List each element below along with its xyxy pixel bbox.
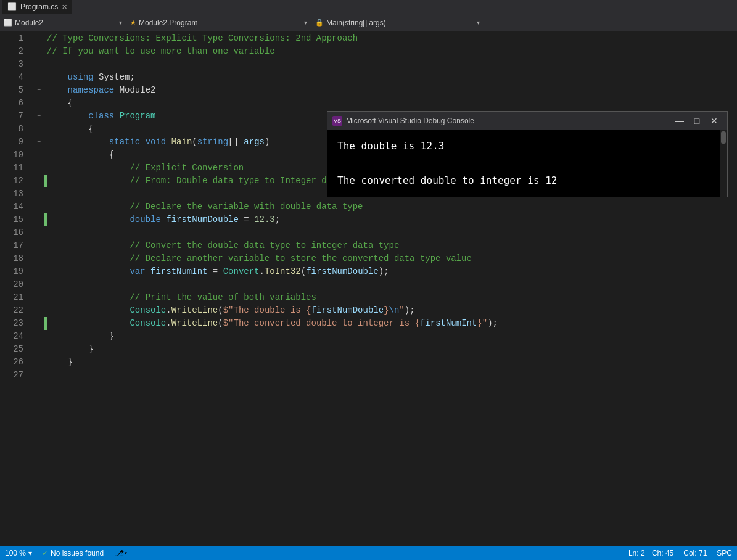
token-container-10: { [47, 149, 114, 162]
token: 12.3 [254, 215, 275, 224]
no-bar-27 [44, 369, 47, 382]
token-container-21: // Print the value of both variables [47, 291, 316, 304]
code-line-18: // Declare another variable to store the… [31, 252, 737, 265]
file-icon: ⬜ [7, 2, 17, 11]
token: using [68, 72, 94, 82]
token: // Declare the variable with double data… [130, 202, 363, 212]
token: System; [94, 72, 135, 82]
token: // Declare another variable to store the… [130, 253, 472, 263]
line-number-6: 6 [5, 97, 23, 110]
line-col-info: Ln: 2 Ch: 45 [628, 549, 673, 558]
namespace-dropdown[interactable]: ★ Module2.Program ▾ [126, 14, 311, 31]
token: ( [218, 305, 223, 315]
token-container-26: } [47, 356, 73, 369]
token: Module2 [114, 85, 155, 95]
line-number-25: 25 [5, 343, 23, 356]
debug-close-button[interactable]: ✕ [706, 113, 722, 128]
status-check-icon: ✓ [42, 549, 48, 558]
no-bar-16 [44, 226, 47, 239]
token [47, 215, 130, 224]
code-line-25: } [31, 343, 737, 356]
token-container-6: { [47, 97, 73, 110]
code-line-20 [31, 278, 737, 291]
collapse-icon-5[interactable]: − [35, 86, 43, 95]
debug-title-text: Microsoft Visual Studio Debug Console [346, 117, 668, 125]
token [47, 292, 130, 302]
token: . [166, 318, 171, 328]
line-number-8: 8 [5, 123, 23, 136]
line-number-12: 12 [5, 175, 23, 187]
collapse-icon-9[interactable]: − [35, 138, 43, 147]
code-line-21: // Print the value of both variables [31, 291, 737, 304]
token: Console [130, 305, 166, 315]
token-container-12: // From: Double data type to Integer dat… [47, 175, 368, 187]
token [47, 202, 130, 212]
token [47, 176, 130, 186]
close-tab-button[interactable]: ✕ [62, 3, 67, 11]
token: . [260, 266, 265, 276]
token: WriteLine [171, 305, 218, 315]
collapse-icon-7[interactable]: − [35, 112, 43, 121]
line-number-7: 7 [5, 110, 23, 123]
code-line-2: // If you want to use more than one vari… [31, 45, 737, 58]
token: Console [130, 318, 166, 328]
line-number-24: 24 [5, 330, 23, 343]
module-arrow: ▾ [119, 19, 122, 26]
code-area[interactable]: −// Type Conversions: Explicit Type Conv… [31, 31, 737, 546]
collapse-gutter-9[interactable]: − [33, 138, 44, 147]
token-container-19: var firstNumInt = Convert.ToInt32(firstN… [47, 265, 389, 278]
zoom-arrow: ▾ [28, 549, 32, 558]
line-number-16: 16 [5, 226, 23, 239]
status-bar: 100 % ▾ ✓ No issues found ⎇ ▾ Ln: 2 Ch: … [0, 546, 737, 560]
token: ( [192, 137, 197, 147]
token-container-15: double firstNumDouble = 12.3; [47, 213, 280, 226]
token-container-25: } [47, 343, 94, 356]
token-container-11: // Explicit Conversion [47, 162, 244, 175]
line-number-1: 1 [5, 32, 23, 45]
code-line-26: } [31, 356, 737, 369]
token [166, 137, 171, 147]
code-line-5: − namespace Module2 [31, 84, 737, 97]
method-label: Main(string[] args) [326, 19, 386, 27]
file-tab[interactable]: ⬜ Program.cs ✕ [2, 0, 72, 14]
token-container-4: using System; [47, 71, 135, 84]
token [146, 266, 150, 276]
token-container-8: { [47, 123, 94, 136]
line-number-21: 21 [5, 291, 23, 304]
debug-line-2 [337, 155, 710, 172]
debug-scrollbar-thumb[interactable] [721, 131, 726, 144]
zoom-level: 100 % [5, 549, 26, 558]
no-bar-3 [44, 58, 47, 71]
line-number-2: 2 [5, 45, 23, 58]
module-dropdown[interactable]: ⬜ Module2 ▾ [0, 14, 126, 31]
debug-title-bar: VS Microsoft Visual Studio Debug Console… [327, 112, 727, 130]
col-info: Col: 71 [683, 549, 707, 558]
debug-maximize-button[interactable]: □ [689, 113, 705, 128]
collapse-gutter-1[interactable]: − [33, 35, 44, 43]
token [47, 305, 130, 315]
token: Convert [223, 266, 260, 276]
token: ( [218, 318, 223, 328]
code-line-3 [31, 58, 737, 71]
collapse-icon-1[interactable]: − [35, 35, 43, 43]
line-number-13: 13 [5, 187, 23, 200]
git-icon-area[interactable]: ⎇ ▾ [113, 548, 128, 559]
token: } [47, 331, 114, 341]
token: } [47, 344, 94, 354]
git-icon: ⎇ [114, 548, 124, 559]
ch-label: Ch: 45 [652, 549, 673, 558]
line-number-19: 19 [5, 265, 23, 278]
debug-output: The double is 12.3 The converted double … [327, 130, 720, 197]
line-number-4: 4 [5, 71, 23, 84]
zoom-control[interactable]: 100 % ▾ [5, 549, 32, 558]
token [47, 72, 68, 82]
debug-minimize-button[interactable]: — [672, 113, 688, 128]
collapse-gutter-5[interactable]: − [33, 86, 44, 95]
collapse-gutter-7[interactable]: − [33, 112, 44, 121]
token: static [109, 137, 140, 147]
method-dropdown[interactable]: 🔒 Main(string[] args) ▾ [311, 14, 484, 31]
line-numbers: 1234567891011121314151617181920212223242… [0, 31, 31, 546]
token-container-9: static void Main(string[] args) [47, 136, 270, 149]
token [114, 111, 119, 121]
method-icon: 🔒 [315, 19, 324, 27]
